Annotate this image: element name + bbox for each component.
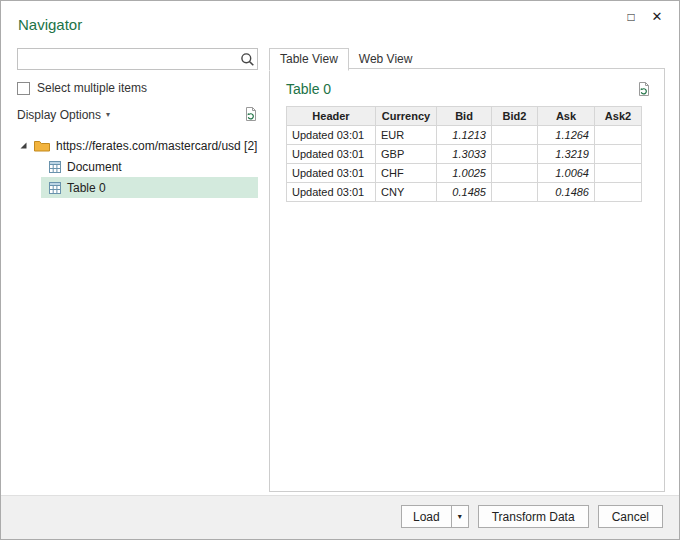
column-header: Ask2 xyxy=(595,107,642,126)
column-header: Bid2 xyxy=(492,107,538,126)
column-header: Currency xyxy=(376,107,437,126)
folder-icon xyxy=(34,140,50,152)
cell: CHF xyxy=(376,164,437,183)
cell xyxy=(492,126,538,145)
cell xyxy=(595,126,642,145)
refresh-preview-icon[interactable] xyxy=(637,82,651,97)
refresh-sources-icon[interactable] xyxy=(244,107,258,122)
chevron-down-icon: ▾ xyxy=(458,512,462,521)
cell: 0.1486 xyxy=(538,183,595,202)
cell: 1.1264 xyxy=(538,126,595,145)
tree-source-label: https://ferates.com/mastercard/usd [2] xyxy=(56,139,257,153)
preview-tabs: Table View Web View xyxy=(269,48,422,70)
cell xyxy=(492,164,538,183)
footer-buttons: Load ▾ Transform Data Cancel xyxy=(401,505,663,528)
transform-data-button[interactable]: Transform Data xyxy=(478,505,589,528)
cell xyxy=(595,183,642,202)
dialog-title: Navigator xyxy=(18,16,82,33)
tree-item-source[interactable]: https://ferates.com/mastercard/usd [2] xyxy=(17,135,258,156)
table-header-row: Header Currency Bid Bid2 Ask Ask2 xyxy=(287,107,642,126)
table-row: Updated 03:01 CNY 0.1485 0.1486 xyxy=(287,183,642,202)
table-row: Updated 03:01 CHF 1.0025 1.0064 xyxy=(287,164,642,183)
search-icon[interactable] xyxy=(237,52,257,67)
cell: 1.3219 xyxy=(538,145,595,164)
cell: CNY xyxy=(376,183,437,202)
preview-panel: Table 0 Header Currency Bid Bid2 Ask xyxy=(269,68,665,492)
cell xyxy=(595,145,642,164)
navigator-left-pane: Select multiple items Display Options ▾ xyxy=(17,48,258,198)
select-multiple-label: Select multiple items xyxy=(37,81,147,95)
tab-web-view[interactable]: Web View xyxy=(349,49,423,70)
cell xyxy=(492,183,538,202)
cell: 1.0064 xyxy=(538,164,595,183)
close-icon[interactable]: ✕ xyxy=(647,8,667,26)
tree-item-label: Document xyxy=(67,160,122,174)
navigator-dialog: Navigator □ ✕ Select multiple items Disp… xyxy=(0,0,680,540)
load-button[interactable]: Load xyxy=(401,505,452,528)
cell: GBP xyxy=(376,145,437,164)
cell: 0.1485 xyxy=(437,183,492,202)
cell xyxy=(595,164,642,183)
tree-item-label: Table 0 xyxy=(67,181,106,195)
preview-header: Table 0 xyxy=(270,69,664,104)
preview-title: Table 0 xyxy=(286,81,331,97)
cell: Updated 03:01 xyxy=(287,126,376,145)
cell xyxy=(492,145,538,164)
cell: Updated 03:01 xyxy=(287,164,376,183)
column-header: Ask xyxy=(538,107,595,126)
cell: 1.1213 xyxy=(437,126,492,145)
tab-table-view[interactable]: Table View xyxy=(269,48,349,71)
load-split-button: Load ▾ xyxy=(401,505,469,528)
table-icon xyxy=(49,161,61,173)
table-row: Updated 03:01 EUR 1.1213 1.1264 xyxy=(287,126,642,145)
column-header: Header xyxy=(287,107,376,126)
display-options-dropdown[interactable]: Display Options ▾ xyxy=(17,108,110,122)
select-multiple-row: Select multiple items xyxy=(17,81,258,95)
column-header: Bid xyxy=(437,107,492,126)
cell: Updated 03:01 xyxy=(287,145,376,164)
cell: 1.0025 xyxy=(437,164,492,183)
chevron-down-icon: ▾ xyxy=(106,110,110,119)
cell: EUR xyxy=(376,126,437,145)
tree-item-table0[interactable]: Table 0 xyxy=(41,177,258,198)
load-dropdown-button[interactable]: ▾ xyxy=(452,505,469,528)
search-input[interactable] xyxy=(18,52,237,66)
select-multiple-checkbox[interactable] xyxy=(17,82,30,95)
cell: 1.3033 xyxy=(437,145,492,164)
cell: Updated 03:01 xyxy=(287,183,376,202)
footer-bar: Load ▾ Transform Data Cancel xyxy=(1,495,679,539)
display-options-label: Display Options xyxy=(17,108,101,122)
tree-item-document[interactable]: Document xyxy=(41,156,258,177)
source-tree: https://ferates.com/mastercard/usd [2] D… xyxy=(17,135,258,198)
preview-table: Header Currency Bid Bid2 Ask Ask2 Update… xyxy=(286,106,642,202)
cancel-button[interactable]: Cancel xyxy=(598,505,663,528)
expand-triangle-icon[interactable] xyxy=(19,141,28,150)
display-options-row: Display Options ▾ xyxy=(17,107,258,122)
table-icon xyxy=(49,182,61,194)
search-box[interactable] xyxy=(17,48,258,70)
table-row: Updated 03:01 GBP 1.3033 1.3219 xyxy=(287,145,642,164)
maximize-icon[interactable]: □ xyxy=(621,8,641,26)
